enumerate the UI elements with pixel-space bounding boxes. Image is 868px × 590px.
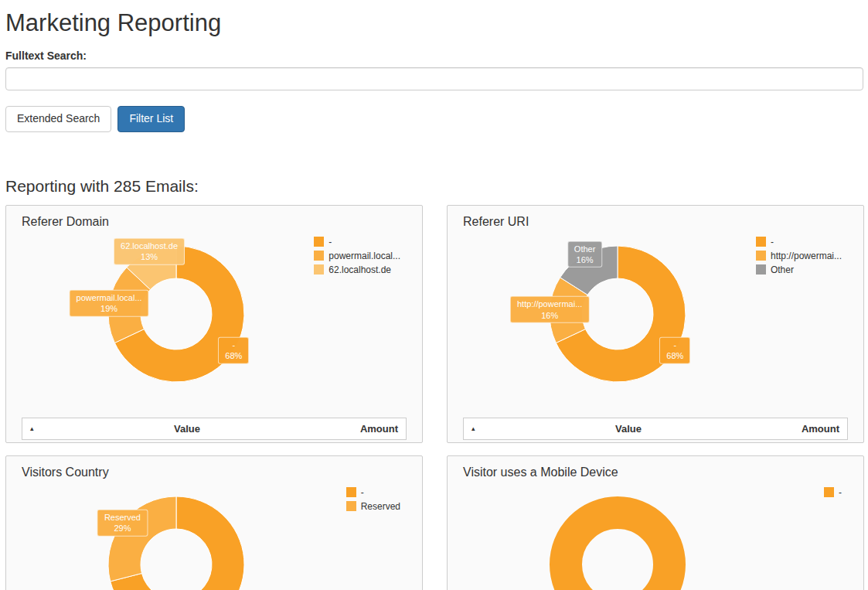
donut-chart-referer-uri[interactable]: -68%http://powermai...16%Other16%-http:/… [463,232,848,416]
slice-data-label: 62.localhost.de13% [114,238,185,265]
slice-label-percent: 16% [517,309,582,320]
legend-label: powermail.local... [328,251,400,261]
legend-label: - [839,487,842,498]
chart-title: Visitor uses a Mobile Device [463,466,848,479]
table-header: ▴ Value Amount [463,418,848,440]
report-panels-grid: Referer Domain -68%powermail.local...19%… [5,205,863,590]
slice-label-percent: 19% [77,303,142,314]
legend-swatch-icon [314,264,324,275]
legend-swatch-icon [346,487,356,497]
slice-data-label: -68% [659,337,690,364]
legend-label: Reserved [361,501,400,512]
chart-title: Referer Domain [22,215,407,229]
extended-search-button[interactable]: Extended Search [5,106,111,132]
slice-label-percent: 16% [574,254,596,265]
slice-label-name: - [225,339,242,350]
donut-chart-visitors-country[interactable]: Reserved29%-Reserved [22,483,407,590]
sort-caret-icon[interactable]: ▴ [471,425,495,432]
legend-swatch-icon [314,251,324,261]
legend-label: Other [771,264,794,275]
legend-label: http://powermai... [771,251,842,261]
slice-label-name: 62.localhost.de [121,240,178,251]
legend-item[interactable]: - [346,487,400,498]
legend-item[interactable]: Other [756,264,842,275]
table-header: ▴ Value Amount [22,418,407,440]
legend-item[interactable]: - [756,237,842,247]
legend-swatch-icon [314,237,324,247]
legend-label: 62.localhost.de [328,264,391,275]
legend-swatch-icon [346,501,356,511]
chart-legend: -powermail.local...62.localhost.de [314,237,400,275]
slice-data-label: http://powermai...16% [510,296,589,323]
legend-swatch-icon [756,264,766,275]
chart-title: Referer URI [463,215,848,229]
slice-label-name: - [666,339,683,350]
reporting-heading: Reporting with 285 Emails: [5,177,863,196]
value-column-header[interactable]: Value [495,423,762,435]
slice-data-label: -68% [218,337,249,364]
legend-item[interactable]: Reserved [346,501,400,512]
slice-label-percent: 29% [104,523,141,534]
slice-data-label: Other16% [567,240,603,268]
slice-data-label: Reserved29% [97,510,148,537]
slice-label-percent: 68% [666,350,683,361]
chart-panel-mobile-device: Visitor uses a Mobile Device - ▴ Value A… [447,455,864,590]
chart-legend: -http://powermai...Other [756,237,842,275]
amount-column-header[interactable]: Amount [762,423,839,435]
slice-label-name: Reserved [104,512,141,523]
value-column-header[interactable]: Value [53,423,321,435]
donut-chart-referer-domain[interactable]: -68%powermail.local...19%62.localhost.de… [22,232,407,416]
legend-item[interactable]: powermail.local... [314,251,400,261]
donut-svg [463,483,849,590]
legend-swatch-icon [824,487,834,497]
slice-label-name: Other [574,243,596,254]
slice-label-percent: 68% [225,350,242,361]
slice-label-name: http://powermai... [517,298,582,309]
fulltext-search-input[interactable] [5,67,863,90]
page-title: Marketing Reporting [5,9,863,37]
legend-label: - [361,487,364,498]
legend-label: - [328,237,332,247]
filter-list-button[interactable]: Filter List [117,106,185,132]
chart-panel-referer-uri: Referer URI -68%http://powermai...16%Oth… [447,205,864,443]
amount-column-header[interactable]: Amount [321,423,398,435]
legend-label: - [771,237,774,247]
slice-data-label: powermail.local...19% [70,290,149,317]
chart-title: Visitors Country [22,466,407,479]
marketing-reporting-page: Marketing Reporting Fulltext Search: Ext… [5,9,863,590]
chart-legend: - [824,487,842,498]
legend-swatch-icon [756,237,766,247]
legend-item[interactable]: - [824,487,842,498]
sort-caret-icon[interactable]: ▴ [30,425,53,432]
legend-swatch-icon [756,251,766,261]
legend-item[interactable]: http://powermai... [756,251,842,261]
chart-panel-visitors-country: Visitors Country Reserved29%-Reserved ▴ … [5,455,423,590]
chart-panel-referer-domain: Referer Domain -68%powermail.local...19%… [5,205,423,443]
fulltext-search-label: Fulltext Search: [5,49,863,62]
legend-item[interactable]: 62.localhost.de [314,264,400,275]
slice-label-percent: 13% [121,251,178,262]
slice-label-name: powermail.local... [77,292,142,303]
search-actions: Extended Search Filter List [5,106,863,132]
donut-chart-mobile-device[interactable]: - [463,483,848,590]
donut-slice[interactable] [566,513,669,590]
chart-legend: -Reserved [346,487,400,512]
legend-item[interactable]: - [314,237,400,247]
